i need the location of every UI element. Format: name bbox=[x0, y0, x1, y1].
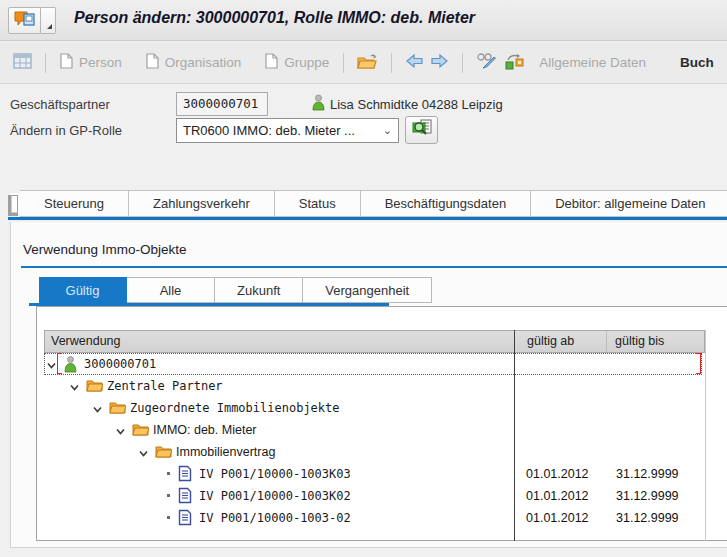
document-icon bbox=[178, 509, 192, 530]
services-for-object-menu-button[interactable] bbox=[41, 7, 56, 34]
partner-name-text: Lisa Schmidtke 04288 Leipzig bbox=[330, 97, 503, 112]
tab-label: Debitor: allgemeine Daten bbox=[555, 196, 705, 211]
switch-between-icon bbox=[504, 52, 524, 73]
document-icon bbox=[178, 465, 192, 486]
new-person-button[interactable]: Person bbox=[56, 50, 126, 75]
buchhaltung-button[interactable]: Buch bbox=[676, 52, 718, 73]
leaf-bullet-icon bbox=[167, 494, 170, 497]
title-bar: Person ändern: 3000000701, Rolle IMMO: d… bbox=[0, 0, 727, 41]
subtab-label: Alle bbox=[160, 283, 182, 298]
main-tabs: Steuerung Zahlungsverkehr Status Beschäf… bbox=[20, 190, 727, 217]
tree-row[interactable]: IV P001/10000-1003K03 01.01.2012 31.12.9… bbox=[44, 463, 705, 485]
leaf-bullet-icon bbox=[167, 472, 170, 475]
tab-label: Beschäftigungsdaten bbox=[385, 196, 506, 211]
tree-node-label: Immobilienvertrag bbox=[176, 441, 275, 463]
new-person-label: Person bbox=[79, 55, 122, 70]
tab[interactable]: Steuerung bbox=[20, 190, 129, 217]
subtab-label: Zukunft bbox=[237, 283, 280, 298]
arrow-right-icon bbox=[430, 53, 449, 72]
tree-row[interactable]: IMMO: deb. Mieter bbox=[44, 419, 705, 441]
switch-partner-button[interactable] bbox=[501, 50, 527, 75]
buchhaltung-label: Buch bbox=[680, 55, 714, 70]
subtab-label: Vergangenheit bbox=[325, 283, 409, 298]
tree-row[interactable]: Zugeordnete Immobilienobjekte bbox=[44, 397, 705, 419]
display-change-toggle-button[interactable] bbox=[473, 50, 501, 75]
subtab[interactable]: Alle bbox=[127, 277, 215, 303]
previous-button[interactable] bbox=[402, 51, 427, 74]
main-tabstrip: Steuerung Zahlungsverkehr Status Beschäf… bbox=[0, 190, 727, 220]
folder-open-icon bbox=[155, 443, 172, 463]
gp-role-dropdown[interactable]: TR0600 IMMO: deb. Mieter ... ⌄ bbox=[176, 118, 399, 143]
tree-row[interactable]: Immobilienvertrag bbox=[44, 441, 705, 463]
tabstrip-underline bbox=[8, 217, 727, 220]
tab-label: Status bbox=[299, 196, 336, 211]
new-gruppe-label: Gruppe bbox=[284, 55, 329, 70]
tab[interactable]: Zahlungsverkehr bbox=[129, 190, 275, 217]
overview-grid-button[interactable] bbox=[10, 51, 35, 74]
toolbar-separator bbox=[45, 53, 46, 73]
toolbar-separator bbox=[343, 53, 344, 73]
role-detail-button[interactable] bbox=[405, 116, 438, 144]
application-toolbar: Person Organisation Gruppe bbox=[0, 42, 727, 84]
chevron-down-icon[interactable] bbox=[92, 401, 104, 413]
tab-label: Steuerung bbox=[44, 196, 104, 211]
new-document-icon bbox=[265, 53, 278, 72]
table-right-border bbox=[705, 330, 706, 541]
tree-node-label: 3000000701 bbox=[84, 353, 156, 375]
new-gruppe-button[interactable]: Gruppe bbox=[261, 50, 333, 75]
tree-row[interactable]: Zentrale Partner bbox=[44, 375, 705, 397]
subtab[interactable]: Zukunft bbox=[215, 277, 303, 303]
page-title: Person ändern: 3000000701, Rolle IMMO: d… bbox=[74, 9, 475, 27]
header-column-divider bbox=[606, 331, 607, 352]
column-header-gueltig-ab: gültig ab bbox=[527, 334, 574, 348]
services-for-object-button[interactable] bbox=[8, 7, 41, 34]
validity-subtabs: Gültig Alle Zukunft Vergangenheit bbox=[39, 277, 432, 303]
tree-node-label: Zugeordnete Immobilienobjekte bbox=[130, 397, 340, 419]
tree-row[interactable]: 3000000701 bbox=[44, 353, 705, 375]
next-button[interactable] bbox=[427, 51, 452, 74]
chevron-down-icon[interactable] bbox=[138, 445, 150, 457]
tree-row[interactable]: IV P001/10000-1003K02 01.01.2012 31.12.9… bbox=[44, 485, 705, 507]
folder-open-icon bbox=[109, 399, 126, 419]
document-icon bbox=[178, 487, 192, 508]
folder-open-icon bbox=[86, 377, 103, 397]
grid-icon bbox=[13, 53, 32, 72]
arrow-left-icon bbox=[405, 53, 424, 72]
partner-field-label: Geschäftspartner bbox=[10, 97, 110, 112]
tab[interactable]: Beschäftigungsdaten bbox=[361, 190, 531, 217]
tab-content-panel: Verwendung Immo-Objekte Gültig Alle Zuku… bbox=[10, 222, 727, 548]
allgemeine-daten-button[interactable]: Allgemeine Daten bbox=[535, 52, 650, 73]
tree-node-label: IV P001/10000-1003-02 bbox=[199, 507, 351, 529]
chevron-down-icon[interactable] bbox=[115, 423, 127, 435]
chevron-down-icon[interactable] bbox=[69, 379, 81, 391]
folder-open-icon bbox=[357, 53, 378, 73]
tab-label: Zahlungsverkehr bbox=[153, 196, 250, 211]
tree-node-label: IV P001/10000-1003K02 bbox=[199, 485, 351, 507]
role-field-label: Ändern in GP-Rolle bbox=[10, 123, 122, 138]
partner-number-field[interactable]: 3000000701 bbox=[176, 92, 268, 116]
tree-row[interactable]: IV P001/10000-1003-02 01.01.2012 31.12.9… bbox=[44, 507, 705, 529]
valid-to-value: 31.12.9999 bbox=[616, 485, 702, 507]
tree-node-label: Zentrale Partner bbox=[107, 375, 223, 397]
toolbar-separator bbox=[391, 53, 392, 73]
tree-table-header: Verwendung gültig ab gültig bis bbox=[44, 330, 705, 353]
services-for-object-icon bbox=[14, 10, 36, 31]
tab[interactable]: Debitor: allgemeine Daten bbox=[531, 190, 727, 217]
valid-to-value: 31.12.9999 bbox=[616, 463, 702, 485]
subtab[interactable]: Vergangenheit bbox=[303, 277, 432, 303]
tab[interactable]: Status bbox=[275, 190, 361, 217]
tab-scroller-icon[interactable] bbox=[8, 195, 18, 216]
magnifier-document-icon bbox=[411, 119, 433, 141]
chevron-down-icon: ⌄ bbox=[383, 124, 392, 137]
toolbar-separator bbox=[462, 53, 463, 73]
person-icon bbox=[311, 94, 326, 115]
new-organisation-button[interactable]: Organisation bbox=[142, 50, 246, 75]
person-icon bbox=[63, 355, 78, 377]
open-partner-button[interactable] bbox=[354, 51, 381, 75]
subtab[interactable]: Gültig bbox=[39, 277, 127, 303]
tree-node-label: IMMO: deb. Mieter bbox=[153, 419, 257, 441]
new-organisation-label: Organisation bbox=[165, 55, 242, 70]
glasses-pencil-icon bbox=[476, 52, 498, 73]
selection-marker-right bbox=[696, 353, 701, 374]
section-title: Verwendung Immo-Objekte bbox=[23, 242, 187, 257]
